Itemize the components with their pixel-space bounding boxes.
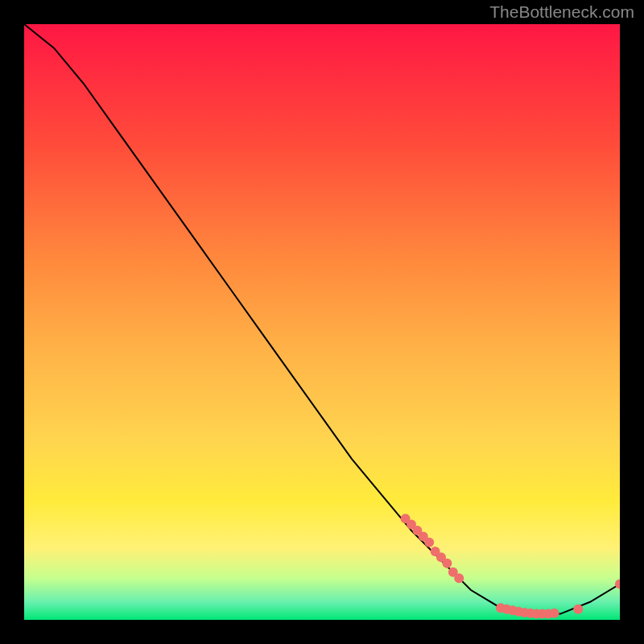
attribution-text: TheBottleneck.com xyxy=(489,2,634,22)
curve-layer xyxy=(24,24,620,620)
data-point xyxy=(424,538,434,547)
chart-area xyxy=(24,24,620,620)
data-point xyxy=(442,559,452,568)
data-point xyxy=(454,573,464,583)
data-point xyxy=(550,609,559,618)
data-point xyxy=(573,605,583,614)
bottleneck-curve xyxy=(24,24,620,614)
